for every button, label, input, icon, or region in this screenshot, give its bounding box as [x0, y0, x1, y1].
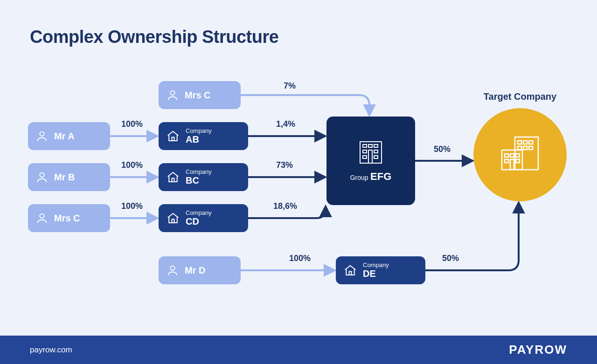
svg-rect-25: [518, 146, 521, 150]
building-icon: [166, 129, 180, 143]
person-label: Mr B: [54, 172, 75, 183]
target-company: [473, 108, 567, 201]
building-icon: [166, 170, 180, 184]
company-de: Company DE: [336, 256, 425, 284]
ownership-diagram: Mr A Mr B Mrs C Mrs C Mr D Company AB Co…: [0, 0, 597, 336]
svg-rect-17: [374, 150, 378, 153]
group-label: EFG: [370, 171, 391, 182]
svg-rect-34: [510, 159, 514, 170]
svg-point-7: [40, 132, 44, 136]
svg-rect-14: [368, 144, 372, 147]
svg-point-8: [40, 173, 44, 177]
person-icon: [35, 130, 49, 143]
company-label: DE: [363, 268, 389, 279]
person-label: Mrs C: [185, 90, 211, 101]
person-mrs-c-top: Mrs C: [159, 81, 241, 109]
pct-cd-efg: 18,6%: [273, 201, 297, 211]
footer-url: payrow.com: [30, 345, 72, 355]
building-icon: [343, 263, 357, 277]
svg-rect-26: [523, 146, 527, 150]
person-mr-a: Mr A: [28, 122, 110, 150]
group-prefix: Group: [350, 174, 368, 181]
company-prefix: Company: [186, 210, 212, 216]
company-label: BC: [186, 175, 212, 185]
svg-point-11: [170, 266, 174, 270]
svg-rect-18: [368, 150, 372, 163]
company-prefix: Company: [363, 262, 389, 268]
svg-rect-32: [505, 159, 508, 163]
company-label: CD: [186, 216, 212, 227]
svg-rect-16: [363, 150, 367, 153]
person-mrs-c: Mrs C: [28, 204, 110, 232]
company-ab: Company AB: [159, 122, 248, 150]
svg-rect-15: [374, 144, 378, 147]
person-label: Mr D: [185, 265, 205, 276]
building-icon: [166, 211, 180, 225]
svg-point-9: [40, 214, 44, 218]
svg-rect-30: [510, 154, 514, 157]
buildings-icon: [353, 139, 389, 166]
pct-mr-a-ab: 100%: [121, 119, 143, 129]
company-prefix: Company: [186, 169, 212, 175]
pct-mr-b-bc: 100%: [121, 160, 143, 170]
brand-logo: PAYROW: [509, 343, 567, 357]
pct-mrs-c-cd: 100%: [121, 201, 143, 211]
svg-rect-13: [363, 144, 367, 147]
pct-de-target: 50%: [442, 254, 459, 263]
svg-rect-27: [529, 146, 533, 150]
target-company-label: Target Company: [469, 91, 571, 102]
pct-efg-target: 50%: [434, 144, 451, 154]
company-label: AB: [186, 134, 212, 144]
svg-rect-33: [516, 159, 520, 163]
person-mr-d: Mr D: [159, 256, 241, 284]
company-bc: Company BC: [159, 163, 248, 191]
svg-rect-22: [518, 141, 521, 144]
person-mr-b: Mr B: [28, 163, 110, 191]
buildings-icon: [494, 131, 546, 178]
svg-rect-31: [516, 154, 520, 157]
person-label: Mrs C: [54, 213, 80, 224]
person-icon: [35, 212, 49, 225]
person-icon: [166, 264, 179, 277]
svg-rect-19: [363, 156, 367, 158]
svg-rect-24: [529, 141, 533, 144]
company-prefix: Company: [186, 128, 212, 134]
svg-rect-20: [374, 156, 378, 158]
pct-ab-efg: 1,4%: [276, 119, 295, 129]
pct-d-de: 100%: [289, 254, 311, 263]
person-label: Mr A: [54, 131, 75, 142]
person-icon: [35, 171, 49, 184]
svg-rect-29: [505, 154, 508, 157]
group-efg: Group EFG: [326, 117, 415, 205]
svg-rect-23: [523, 141, 527, 144]
pct-mrs-c-efg: 7%: [284, 81, 296, 91]
company-cd: Company CD: [159, 204, 248, 232]
svg-point-10: [170, 91, 174, 95]
person-icon: [166, 89, 179, 102]
pct-bc-efg: 73%: [276, 160, 293, 170]
footer-bar: payrow.com PAYROW: [0, 336, 597, 364]
